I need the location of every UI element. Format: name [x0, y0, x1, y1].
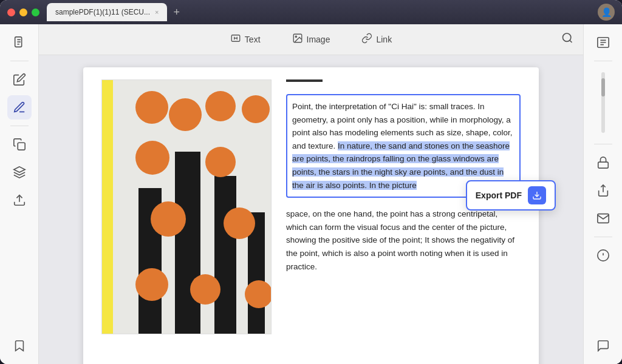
svg-marker-5 — [13, 167, 24, 172]
sidebar-icon-copy[interactable] — [7, 132, 32, 157]
sidebar-divider-2 — [10, 126, 29, 126]
image-tool-label: Image — [307, 35, 330, 44]
page-container: Point, the interpretation of "Ci Hai" is… — [83, 67, 539, 364]
titlebar: samplePDF(1)(1)11 (SECU... × + 👤 — [0, 0, 622, 24]
main-content: Point, the interpretation of "Ci Hai" is… — [39, 55, 583, 364]
yellow-strip — [102, 80, 113, 334]
sidebar-right-icon-lock[interactable] — [591, 150, 615, 175]
export-pdf-tooltip: Export PDF — [466, 180, 556, 211]
link-tool-icon — [361, 33, 372, 46]
sidebar-icon-layers[interactable] — [7, 160, 32, 184]
avatar[interactable]: 👤 — [598, 4, 615, 21]
text-tool-icon — [230, 33, 241, 46]
orange-circle-2 — [169, 98, 202, 131]
svg-rect-4 — [18, 143, 25, 150]
minimize-button[interactable] — [19, 8, 27, 16]
artwork-image — [101, 79, 272, 334]
scroll-track[interactable] — [601, 72, 605, 133]
orange-circle-7 — [151, 201, 186, 237]
link-tool-button[interactable]: Link — [353, 29, 400, 50]
page-text-side: Point, the interpretation of "Ci Hai" is… — [286, 79, 521, 364]
orange-circle-10 — [190, 274, 220, 305]
svg-line-14 — [570, 40, 572, 42]
tab-area: samplePDF(1)(1)11 (SECU... × + — [47, 3, 598, 21]
svg-point-12 — [295, 36, 296, 37]
orange-circle-4 — [242, 95, 270, 123]
right-divider-3 — [594, 237, 612, 237]
sidebar-right-icon-comment[interactable] — [591, 334, 615, 358]
link-tool-label: Link — [376, 35, 392, 44]
new-tab-button[interactable]: + — [169, 6, 183, 19]
header-line — [286, 79, 323, 82]
tab-main[interactable]: samplePDF(1)(1)11 (SECU... × — [47, 3, 167, 21]
search-button[interactable] — [561, 32, 573, 47]
close-button[interactable] — [7, 8, 15, 16]
svg-point-13 — [563, 33, 571, 41]
image-tool-icon — [292, 33, 303, 46]
text-tool-button[interactable]: Text — [222, 29, 269, 50]
orange-circle-6 — [205, 147, 236, 177]
app-window: samplePDF(1)(1)11 (SECU... × + 👤 — [0, 0, 622, 364]
scroll-thumb[interactable] — [601, 78, 605, 96]
text-content-1: Point, the interpretation of "Ci Hai" is… — [292, 100, 514, 192]
export-pdf-label: Export PDF — [476, 189, 522, 202]
sidebar-icon-export[interactable] — [7, 188, 32, 212]
text-tool-label: Text — [245, 35, 261, 44]
image-tool-button[interactable]: Image — [284, 29, 339, 50]
sidebar-right — [583, 24, 622, 364]
orange-circle-5 — [135, 141, 169, 175]
sidebar-left — [0, 24, 39, 364]
sidebar-right-icon-save[interactable] — [591, 243, 615, 268]
toolbar: Text Image Link — [39, 24, 583, 55]
sidebar-right-icon-ocr[interactable] — [591, 30, 615, 55]
right-divider-1 — [594, 61, 612, 61]
main-area: Text Image Link — [39, 24, 583, 364]
black-bar-3 — [214, 176, 236, 334]
traffic-lights — [7, 8, 39, 16]
page-image-side — [101, 79, 272, 364]
selected-text-block[interactable]: Point, the interpretation of "Ci Hai" is… — [286, 94, 521, 198]
text-content-2: space, on the one hand, the point has a … — [286, 205, 521, 275]
maximize-button[interactable] — [32, 8, 39, 16]
orange-circle-3 — [205, 91, 236, 121]
sidebar-icon-annotate[interactable] — [7, 95, 32, 120]
app-body: Text Image Link — [0, 24, 622, 364]
orange-circle-11 — [245, 280, 272, 308]
orange-circle-9 — [135, 268, 168, 301]
black-bar-2 — [175, 152, 200, 334]
sidebar-right-icon-share[interactable] — [591, 178, 615, 203]
sidebar-icon-edit[interactable] — [7, 67, 32, 92]
sidebar-icon-bookmark[interactable] — [7, 334, 32, 358]
tab-close-button[interactable]: × — [155, 8, 159, 16]
sidebar-right-icon-mail[interactable] — [591, 206, 615, 231]
orange-circle-8 — [224, 207, 255, 239]
svg-rect-20 — [598, 162, 608, 168]
sidebar-divider-1 — [10, 61, 29, 61]
tab-title: samplePDF(1)(1)11 (SECU... — [55, 8, 150, 16]
orange-circle-1 — [135, 91, 168, 124]
right-divider-2 — [594, 144, 612, 144]
export-pdf-button[interactable] — [528, 186, 546, 204]
sidebar-icon-document[interactable] — [7, 30, 32, 55]
